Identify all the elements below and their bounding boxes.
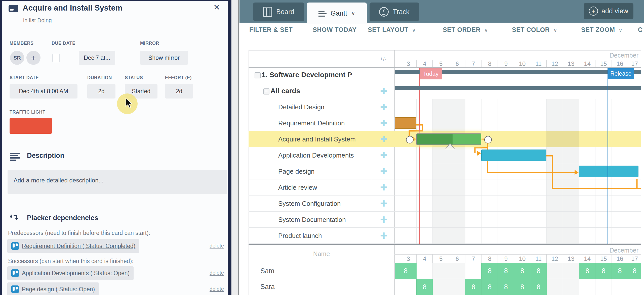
grid-line (530, 99, 530, 244)
track-icon (379, 7, 389, 17)
grid-line (481, 99, 481, 244)
add-card-plus-button[interactable]: ✚ (380, 215, 387, 224)
resource-name-header: Name (249, 245, 394, 263)
row-border (249, 179, 641, 179)
gantt-row-label[interactable]: System Documentation (278, 216, 369, 224)
resource-day-header-cell: 8 (481, 254, 498, 263)
add-card-plus-button[interactable]: ✚ (380, 103, 387, 111)
row-border (249, 227, 641, 228)
resource-hours-cell: 8 (514, 279, 531, 295)
toolbar-set-order[interactable]: SET ORDER∨ (443, 26, 488, 33)
resource-day-header-cell: 15 (595, 254, 612, 263)
resource-hours-cell: 8 (628, 263, 641, 279)
resource-day-header-cell: 9 (498, 254, 514, 263)
add-card-plus-button[interactable]: ✚ (380, 119, 387, 127)
day-header-cell: 16 (612, 60, 628, 68)
resource-weekend-column (432, 263, 449, 295)
grid-line (416, 99, 417, 244)
add-card-plus-button[interactable]: ✚ (380, 87, 387, 95)
toolbar-set-zoom[interactable]: SET ZOOM∨ (581, 26, 623, 33)
toolbar-set-layout[interactable]: SET LAYOUT∨ (368, 26, 416, 33)
tab-label: Track (393, 8, 410, 16)
gantt-row-label[interactable]: All cards (270, 87, 376, 95)
grid-line (465, 99, 465, 244)
row-border (249, 131, 641, 131)
resource-grid-line (449, 263, 449, 295)
grid-line (432, 99, 433, 244)
bar-resize-handle[interactable] (484, 136, 492, 143)
tab-gantt[interactable]: Gantt∨ (307, 3, 367, 24)
tab-track[interactable]: Track (370, 3, 419, 21)
gantt-icon (318, 10, 327, 17)
add-card-plus-button[interactable]: ✚ (380, 135, 387, 143)
resource-hours-cell: 8 (514, 263, 531, 279)
resource-hours-cell: 8 (395, 263, 417, 279)
resource-day-header-cell: 14 (579, 254, 595, 263)
gantt-row-label[interactable]: Detailed Design (278, 103, 369, 111)
row-border (249, 163, 641, 163)
gantt-row-label[interactable]: Application Developments (278, 152, 369, 159)
collapse-toggle[interactable]: − (255, 72, 261, 78)
gantt-row-label[interactable]: Page design (278, 168, 369, 175)
pointer-halo (117, 93, 138, 114)
day-header-cell: 8 (481, 60, 498, 68)
row-border (249, 147, 641, 147)
row-border (249, 83, 641, 83)
highlighted-weekend (563, 131, 579, 147)
day-header-cell: 4 (416, 60, 433, 68)
month-label-top: December (576, 52, 638, 59)
gantt-row-label[interactable]: Acquire and Install System (278, 135, 369, 143)
resource-day-header-cell: 13 (563, 254, 579, 263)
gantt-row-label[interactable]: Article review (278, 184, 369, 191)
gantt-area: +/-December34567891011121314151617−1. So… (0, 0, 644, 295)
release-line (608, 68, 608, 244)
gantt-row-label[interactable]: System Configuration (278, 200, 369, 208)
toolbar-filter-set[interactable]: FILTER & SET (249, 26, 293, 33)
toolbar-show-today[interactable]: SHOW TODAY (313, 26, 356, 33)
weekend-column (449, 99, 465, 244)
day-header-cell: 3 (400, 60, 417, 68)
month-label-bottom: December (576, 247, 638, 254)
resource-divider (249, 244, 641, 245)
highlighted-weekend (546, 131, 563, 147)
resource-row-label: Sam (260, 267, 274, 275)
collapse-toggle[interactable]: − (263, 88, 269, 94)
plusminus-timeline-divider (394, 50, 395, 295)
resource-grid-line (563, 263, 563, 295)
weekend-column (432, 99, 449, 244)
gantt-bar-application-developments[interactable] (481, 150, 546, 161)
add-card-plus-button[interactable]: ✚ (380, 231, 387, 240)
summary-bar[interactable] (395, 86, 641, 90)
gantt-bar-page-design[interactable] (579, 166, 638, 177)
resource-hours-cell: 8 (498, 279, 514, 295)
add-card-plus-button[interactable]: ✚ (380, 151, 387, 160)
resource-day-header-cell: 11 (530, 254, 547, 263)
bar-resize-handle[interactable] (406, 136, 414, 143)
resource-day-header-cell: 3 (400, 254, 417, 263)
toolbar-set-color[interactable]: SET COLOR∨ (512, 26, 557, 33)
grid-line (514, 99, 514, 244)
board-icon (263, 7, 272, 17)
gantt-row-label[interactable]: Product launch (278, 232, 369, 240)
tab-label: Board (276, 8, 294, 16)
resource-weekend-column (546, 263, 563, 295)
day-header-cell: 10 (514, 60, 531, 68)
grid-line (546, 99, 547, 244)
resource-weekend-column (449, 263, 465, 295)
today-line (419, 68, 420, 244)
gantt-bar-acquire-and-install-system[interactable] (416, 133, 481, 145)
resource-hours-cell: 8 (481, 263, 498, 279)
day-header-cell: 12 (546, 60, 563, 68)
resource-hours-cell: 8 (416, 279, 433, 295)
add-card-plus-button[interactable]: ✚ (380, 183, 387, 192)
gantt-row-label[interactable]: Requirement Definition (278, 119, 369, 127)
gantt-bar-requirement-definition[interactable] (395, 117, 416, 129)
add-card-plus-button[interactable]: ✚ (380, 199, 387, 208)
resource-hours-cell: 8 (579, 263, 595, 279)
add-card-plus-button[interactable]: ✚ (380, 167, 387, 176)
toolbar-c[interactable]: C (638, 26, 643, 33)
plus-minus-header: +/- (372, 50, 394, 68)
tab-board[interactable]: Board (253, 3, 304, 21)
row-border (249, 115, 641, 115)
gantt-row-label[interactable]: 1. Software Development P (262, 71, 376, 79)
